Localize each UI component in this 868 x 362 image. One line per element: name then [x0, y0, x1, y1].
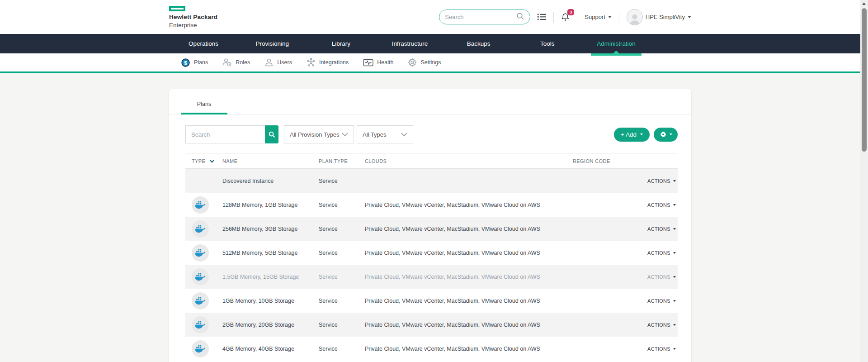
chevron-down-icon: [401, 133, 407, 136]
subnav-label: Settings: [420, 59, 441, 66]
column-header-plan-type[interactable]: PLAN TYPE: [319, 158, 365, 164]
table-row: 1GB Memory, 10GB Storage Service Private…: [185, 289, 678, 313]
vertical-scrollbar[interactable]: [860, 0, 868, 362]
scroll-up-arrow-icon[interactable]: [862, 2, 866, 5]
nav-item-backups[interactable]: Backups: [444, 34, 513, 53]
plans-search: [185, 125, 278, 143]
support-menu[interactable]: Support: [585, 14, 612, 20]
actions-label: ACTIONS: [647, 202, 670, 208]
plans-search-button[interactable]: [265, 125, 278, 143]
plan-type-cell: [185, 316, 222, 333]
tab-plans[interactable]: Plans: [181, 98, 227, 114]
subnav-label: Integrations: [319, 59, 349, 66]
plan-name[interactable]: 1GB Memory, 10GB Storage: [222, 298, 319, 304]
plans-coin-icon: $: [181, 58, 190, 67]
row-actions-button[interactable]: ACTIONS: [645, 346, 678, 352]
notifications-bell-icon[interactable]: 3: [561, 13, 570, 21]
plan-type-cell: [185, 340, 222, 357]
plans-search-input[interactable]: [185, 125, 265, 143]
table-row: Discovered Instance Service ACTIONS: [185, 169, 678, 193]
plan-name[interactable]: 512MB Memory, 5GB Storage: [222, 250, 319, 256]
caret-down-icon: [670, 133, 672, 135]
nav-item-library[interactable]: Library: [307, 34, 375, 53]
actions-label: ACTIONS: [647, 346, 670, 352]
health-icon: [363, 58, 373, 67]
nav-item-operations[interactable]: Operations: [169, 34, 238, 53]
plan-name[interactable]: 128MB Memory, 1GB Storage: [222, 202, 319, 208]
subnav-label: Roles: [236, 59, 250, 66]
row-actions-button[interactable]: ACTIONS: [645, 298, 678, 304]
logo-text-line2: Enterprise: [169, 22, 217, 29]
nav-item-tools[interactable]: Tools: [513, 34, 582, 53]
row-actions-button[interactable]: ACTIONS: [645, 202, 678, 208]
subnav-item-health[interactable]: Health: [363, 58, 393, 67]
global-search-input[interactable]: [445, 14, 513, 20]
plan-name[interactable]: Discovered Instance: [222, 178, 319, 184]
type-filter[interactable]: All Types: [357, 125, 413, 143]
nav-item-infrastructure[interactable]: Infrastructure: [375, 34, 444, 53]
activity-list-icon[interactable]: [538, 14, 546, 20]
column-header-name[interactable]: NAME: [222, 158, 319, 164]
account-name: HPE SimpliVity: [646, 14, 685, 20]
docker-whale-icon: [192, 340, 209, 357]
row-actions-button[interactable]: ACTIONS: [645, 250, 678, 256]
nav-item-administration[interactable]: Administration: [582, 34, 651, 53]
actions-label: ACTIONS: [647, 250, 670, 256]
caret-down-icon: [608, 16, 612, 18]
header-divider: [553, 12, 554, 23]
row-actions-button[interactable]: ACTIONS: [645, 178, 678, 184]
plan-type-cell: [185, 292, 222, 310]
plan-name[interactable]: 1.5GB Memory, 15GB Storage: [222, 274, 319, 280]
caret-down-icon: [673, 348, 676, 350]
plan-name[interactable]: 4GB Memory, 40GB Storage: [222, 346, 319, 352]
plan-name[interactable]: 256MB Memory, 3GB Storage: [222, 226, 319, 232]
row-actions-button[interactable]: ACTIONS: [645, 226, 678, 232]
plan-plan-type: Service: [319, 250, 365, 256]
provision-type-filter[interactable]: All Provision Types: [284, 125, 354, 143]
global-search[interactable]: [439, 10, 530, 24]
account-menu[interactable]: HPE SimpliVity: [627, 9, 691, 25]
caret-down-icon: [673, 324, 676, 326]
type-filter-value: All Types: [363, 131, 387, 138]
nav-item-provisioning[interactable]: Provisioning: [238, 34, 307, 53]
plan-type-cell: [185, 244, 222, 262]
plan-type-cell: [185, 196, 222, 214]
actions-label: ACTIONS: [647, 274, 670, 280]
column-header-region-code[interactable]: REGION CODE: [573, 158, 645, 164]
subnav-label: Users: [277, 59, 292, 66]
plan-plan-type: Service: [319, 226, 365, 232]
header-divider: [577, 12, 577, 23]
plan-clouds: Private Cloud, VMware vCenter, MacStadiu…: [365, 250, 573, 256]
plan-name[interactable]: 2GB Memory, 20GB Storage: [222, 322, 319, 328]
column-header-type[interactable]: TYPE: [185, 158, 222, 164]
scrollbar-thumb[interactable]: [862, 8, 867, 152]
actions-label: ACTIONS: [647, 298, 670, 304]
panel-tabs: Plans: [169, 89, 691, 114]
subnav-item-roles[interactable]: Roles: [222, 58, 250, 67]
subnav-item-integrations[interactable]: Integrations: [307, 58, 349, 67]
actions-label: ACTIONS: [647, 226, 670, 232]
plan-clouds: Private Cloud, VMware vCenter, MacStadiu…: [365, 322, 573, 328]
table-settings-button[interactable]: [654, 128, 678, 142]
subnav-item-settings[interactable]: Settings: [408, 58, 441, 67]
column-header-clouds[interactable]: CLOUDS: [365, 158, 573, 164]
subnav-item-plans[interactable]: $ Plans: [181, 58, 208, 67]
sort-chevron-icon: [210, 160, 214, 163]
chevron-down-icon: [342, 133, 348, 136]
plan-clouds: Private Cloud, VMware vCenter, MacStadiu…: [365, 298, 573, 304]
hpe-logo-mark: [169, 6, 185, 11]
add-plan-button[interactable]: + Add: [614, 128, 650, 142]
subnav-item-users[interactable]: Users: [264, 58, 292, 67]
caret-down-icon: [688, 16, 691, 18]
subnav-label: Plans: [194, 59, 208, 66]
primary-nav: Operations Provisioning Library Infrastr…: [0, 34, 860, 53]
docker-whale-icon: [192, 196, 209, 214]
plan-plan-type: Service: [319, 178, 365, 184]
docker-whale-icon: [192, 268, 209, 286]
plan-clouds: Private Cloud, VMware vCenter, MacStadiu…: [365, 202, 573, 208]
docker-whale-icon: [192, 220, 209, 238]
notification-count-badge: 3: [567, 9, 574, 15]
row-actions-button[interactable]: ACTIONS: [645, 322, 678, 328]
row-actions-button[interactable]: ACTIONS: [645, 274, 678, 280]
caret-down-icon: [640, 133, 643, 135]
